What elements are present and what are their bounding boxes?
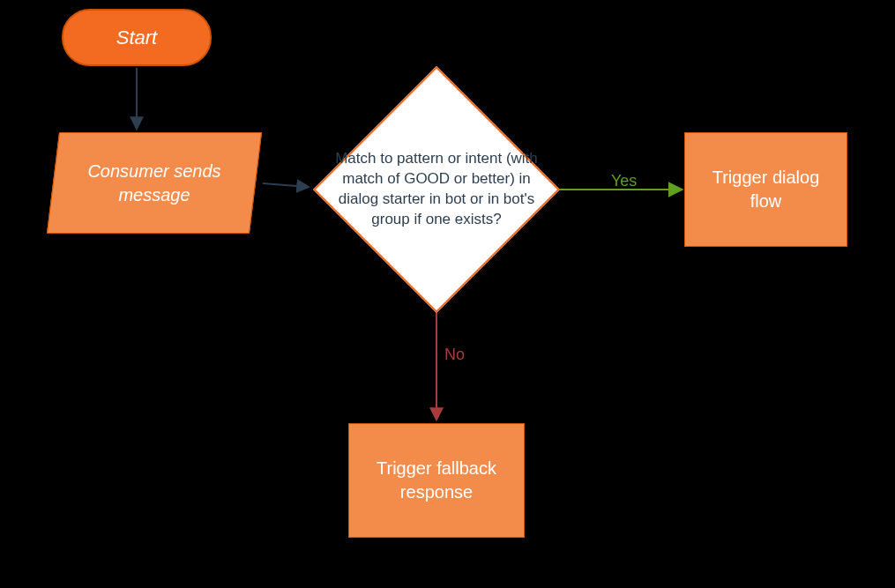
decision-label: Match to pattern or intent (with match o… — [313, 66, 560, 313]
yes-edge-label: Yes — [611, 172, 637, 190]
edge-input-to-decision — [263, 183, 308, 187]
input-node: Consumer sends message — [53, 132, 256, 234]
fallback-node: Trigger fallback response — [348, 423, 525, 538]
start-node: Start — [62, 9, 212, 66]
dialog-flow-node: Trigger dialog flow — [684, 132, 847, 247]
fallback-label: Trigger fallback response — [362, 457, 511, 504]
decision-node: Match to pattern or intent (with match o… — [313, 66, 560, 313]
input-label: Consumer sends message — [53, 132, 256, 234]
dialog-flow-label: Trigger dialog flow — [697, 166, 834, 213]
start-label: Start — [116, 26, 157, 49]
no-edge-label: No — [444, 346, 465, 364]
